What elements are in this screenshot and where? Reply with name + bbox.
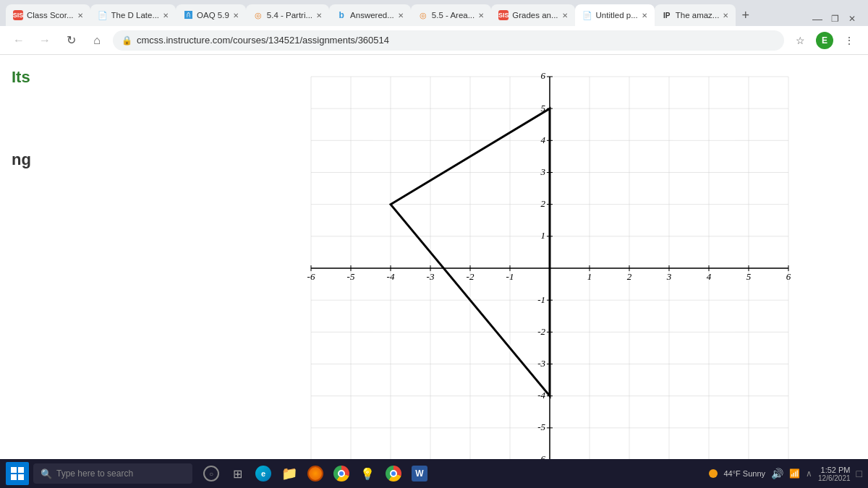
tab-close-icon[interactable]: ✕ [233, 12, 239, 20]
tab-label: Answered... [350, 11, 394, 20]
forward-button[interactable]: → [35, 30, 55, 51]
navigation-bar: ← → ↻ ⌂ 🔒 cmcss.instructure.com/courses/… [0, 26, 868, 55]
taskbar-firefox-button[interactable] [304, 462, 327, 485]
reload-button[interactable]: ↻ [61, 30, 81, 51]
tab-oaq[interactable]: 🅰 OAQ 5.9 ✕ [176, 4, 246, 26]
tab-close-icon[interactable]: ✕ [163, 12, 169, 20]
tab-close-icon[interactable]: ✕ [562, 12, 568, 20]
windows-icon [11, 467, 24, 480]
coordinate-graph [268, 62, 803, 481]
main-area [203, 55, 868, 488]
date-display: 12/6/2021 [818, 474, 851, 482]
page-content: Its ng [0, 55, 868, 488]
svg-rect-2 [11, 474, 17, 480]
search-bar[interactable]: 🔍 Type here to search [33, 463, 192, 484]
tab-label: Grades an... [512, 11, 558, 20]
tab-partri[interactable]: ◎ 5.4 - Partri... ✕ [246, 4, 329, 26]
tab-answered[interactable]: b Answered... ✕ [329, 4, 411, 26]
address-bar[interactable]: 🔒 cmcss.instructure.com/courses/134521/a… [113, 30, 784, 51]
svg-rect-1 [18, 467, 24, 473]
tab-label: The amaz... [676, 11, 720, 20]
more-button[interactable]: ⋮ [839, 30, 859, 51]
tab-close-icon[interactable]: ✕ [642, 12, 647, 20]
graph-canvas [268, 62, 803, 481]
tab-close-icon[interactable]: ✕ [723, 12, 728, 20]
time-display: 1:52 PM [821, 466, 851, 474]
taskbar-chrome2-button[interactable] [382, 462, 405, 485]
tab-area[interactable]: ◎ 5.5 - Area... ✕ [411, 4, 491, 26]
tab-grades-and[interactable]: SIS Grades an... ✕ [491, 4, 574, 26]
tab-close-icon[interactable]: ✕ [77, 12, 83, 20]
tab-close-icon[interactable]: ✕ [478, 12, 484, 20]
taskbar-chrome-button[interactable] [330, 462, 353, 485]
tab-icon-sis2: SIS [498, 10, 509, 20]
back-button[interactable]: ← [9, 30, 29, 51]
taskbar-explorer-button[interactable]: 📁 [278, 462, 301, 485]
taskbar-taskview-button[interactable]: ⊞ [226, 462, 249, 485]
network-icon: 📶 [789, 468, 800, 479]
address-text: cmcss.instructure.com/courses/134521/ass… [137, 35, 775, 46]
new-tab-button[interactable]: + [736, 4, 755, 26]
taskbar-edge-button[interactable]: e [252, 462, 275, 485]
lock-icon: 🔒 [122, 35, 132, 46]
svg-rect-3 [18, 474, 24, 480]
close-window-button[interactable]: ✕ [845, 12, 859, 26]
tab-label: 5.5 - Area... [432, 11, 475, 20]
minimize-window-button[interactable]: — [810, 12, 825, 26]
tab-icon-doc: 📄 [98, 10, 108, 20]
search-icon: 🔍 [41, 468, 52, 479]
tab-label: 5.4 - Partri... [267, 11, 312, 20]
sidebar-bottom-text: ng [0, 93, 203, 175]
tab-the-amaz[interactable]: IP The amaz... ✕ [655, 4, 736, 26]
tab-icon-circle-orange: ◎ [253, 10, 263, 20]
tab-label: The D Late... [111, 11, 159, 20]
browser-chrome: SIS Class Scor... ✕ 📄 The D Late... ✕ 🅰 … [0, 0, 868, 55]
notification-icon[interactable]: □ [856, 468, 862, 479]
sidebar-top-text: Its [0, 62, 203, 93]
taskbar-app6-button[interactable]: 💡 [356, 462, 379, 485]
tab-label: Class Scor... [27, 11, 74, 20]
tab-close-icon[interactable]: ✕ [398, 12, 404, 20]
tab-the-d-late[interactable]: 📄 The D Late... ✕ [90, 4, 176, 26]
tab-label: Untitled p... [596, 11, 638, 20]
tab-close-icon[interactable]: ✕ [316, 12, 322, 20]
tab-icon-b-blue: b [336, 10, 346, 20]
tab-icon-doc-blue: 🅰 [183, 10, 193, 20]
speaker-icon: 🔊 [771, 468, 783, 479]
bookmark-button[interactable]: ☆ [790, 30, 810, 51]
tab-icon-ip: IP [662, 10, 672, 20]
tab-sis-class-score[interactable]: SIS Class Scor... ✕ [6, 4, 90, 26]
tab-label: OAQ 5.9 [197, 11, 229, 20]
chevron-up-icon[interactable]: ∧ [806, 468, 812, 479]
svg-rect-0 [11, 467, 17, 473]
tab-untitled[interactable]: 📄 Untitled p... ✕ [575, 4, 655, 26]
weather-icon [709, 469, 718, 478]
taskbar: 🔍 Type here to search ○ ⊞ e 📁 💡 [0, 459, 868, 488]
tab-bar: SIS Class Scor... ✕ 📄 The D Late... ✕ 🅰 … [0, 0, 868, 26]
profile-button[interactable]: E [816, 32, 833, 49]
taskbar-cortana-button[interactable]: ○ [200, 462, 223, 485]
start-button[interactable] [6, 462, 29, 485]
clock[interactable]: 1:52 PM 12/6/2021 [818, 466, 851, 482]
restore-window-button[interactable]: ❐ [827, 12, 842, 26]
search-placeholder: Type here to search [56, 468, 133, 479]
tab-icon-circle-orange2: ◎ [418, 10, 428, 20]
weather-text: 44°F Sunny [723, 469, 765, 478]
home-button[interactable]: ⌂ [87, 30, 107, 51]
taskbar-word-button[interactable]: W [408, 462, 431, 485]
tab-icon-sis: SIS [13, 10, 23, 20]
tab-icon-doc-white: 📄 [582, 10, 592, 20]
left-sidebar: Its ng [0, 55, 203, 488]
